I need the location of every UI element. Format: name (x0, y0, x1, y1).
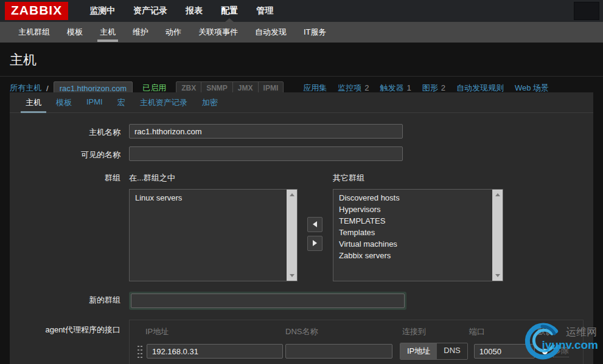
list-item[interactable]: Templates (333, 227, 489, 238)
tab-macros[interactable]: 宏 (110, 92, 133, 112)
list-item[interactable]: Hypervisors (333, 204, 489, 215)
new-group-label: 新的群组 (10, 292, 129, 310)
tab-host[interactable]: 主机 (18, 92, 49, 112)
connect-dns-option[interactable]: DNS (437, 343, 467, 359)
top-menu-reports[interactable]: 报表 (176, 0, 212, 22)
tab-encryption[interactable]: 加密 (195, 92, 225, 112)
tab-templates[interactable]: 模板 (49, 92, 79, 112)
remove-interface-link: 移除 (553, 345, 569, 357)
list-item[interactable]: TEMPLATES (333, 215, 489, 227)
subnav-it-services[interactable]: IT服务 (295, 22, 335, 43)
other-groups-header: 其它群组 (333, 173, 503, 184)
list-item[interactable]: Discovered hosts (333, 192, 489, 204)
scroll-up-icon[interactable] (290, 193, 295, 196)
new-group-row: 新的群组 (10, 292, 593, 310)
form-tabs: 主机 模板 IPMI 宏 主机资产记录 加密 (10, 92, 593, 113)
ip-column-header: IP地址 (137, 326, 285, 337)
arrow-left-icon (313, 221, 317, 227)
visible-name-label: 可见的名称 (10, 146, 129, 161)
other-groups-scrollbar[interactable] (492, 190, 503, 281)
new-group-field-wrap (129, 292, 406, 310)
host-name-label: 主机名称 (10, 124, 129, 139)
subnav-host-groups[interactable]: 主机群组 (10, 22, 58, 43)
move-buttons (298, 173, 332, 281)
move-right-button[interactable] (307, 236, 322, 251)
connect-ip-option[interactable]: IP地址 (400, 343, 437, 359)
arrow-right-icon (313, 240, 317, 246)
host-form: 主机名称 可见的名称 群组 在...群组之中 Linux servers (10, 113, 593, 364)
agent-interfaces-label: agent代理程序的接口 (10, 320, 129, 364)
interface-row: IP地址 DNS 移除 (137, 343, 576, 360)
scroll-down-icon[interactable] (290, 274, 295, 277)
connect-to-column-header: 连接到 (402, 326, 469, 337)
new-group-input[interactable] (131, 294, 405, 308)
page-title: 主机 (10, 51, 593, 69)
top-menu: 监测中 资产记录 报表 配置 管理 (80, 0, 282, 22)
breadcrumb-separator: / (46, 84, 49, 93)
interface-dns-input[interactable] (285, 344, 392, 359)
default-column-header: 默认 (537, 326, 553, 337)
host-name-input[interactable] (129, 124, 403, 139)
drag-handle-icon[interactable] (137, 343, 144, 359)
subnav-discovery[interactable]: 自动发现 (246, 22, 295, 43)
top-menu-configuration[interactable]: 配置 (212, 0, 247, 22)
subnav-event-correlation[interactable]: 关联项事件 (190, 22, 246, 43)
subnav-templates[interactable]: 模板 (58, 22, 91, 43)
tab-host-inventory[interactable]: 主机资产记录 (133, 92, 195, 112)
agent-interfaces-row: agent代理程序的接口 IP地址 DNS名称 连接到 端口 默认 IP地址 D… (10, 320, 593, 364)
visible-name-input[interactable] (129, 146, 403, 161)
tab-ipmi[interactable]: IPMI (79, 92, 110, 112)
top-menu-monitoring[interactable]: 监测中 (80, 0, 124, 22)
in-groups-column: 在...群组之中 Linux servers (129, 173, 298, 281)
connect-to-toggle: IP地址 DNS (400, 343, 468, 360)
visible-name-row: 可见的名称 (10, 146, 593, 161)
in-groups-listbox[interactable]: Linux servers (129, 189, 298, 281)
page-head: 主机 (0, 43, 603, 69)
default-interface-radio[interactable] (542, 349, 548, 354)
sub-nav: 主机群组 模板 主机 维护 动作 关联项事件 自动发现 IT服务 (0, 22, 603, 43)
other-groups-listbox[interactable]: Discovered hosts Hypervisors TEMPLATES T… (333, 189, 503, 281)
in-groups-header: 在...群组之中 (129, 173, 298, 184)
groups-label: 群组 (10, 173, 129, 281)
groups-dual-list: 在...群组之中 Linux servers 其它群组 (129, 173, 503, 281)
interfaces-headers: IP地址 DNS名称 连接到 端口 默认 (137, 326, 576, 337)
list-item[interactable]: Zabbix servers (333, 250, 489, 261)
dns-column-header: DNS名称 (285, 326, 402, 337)
search-box[interactable] (574, 2, 599, 20)
subnav-actions[interactable]: 动作 (157, 22, 190, 43)
in-groups-scrollbar[interactable] (287, 190, 297, 281)
list-item[interactable]: Virtual machines (333, 238, 489, 250)
list-item[interactable]: Linux servers (130, 192, 284, 204)
other-groups-column: 其它群组 Discovered hosts Hypervisors TEMPLA… (333, 173, 503, 281)
interface-ip-input[interactable] (147, 344, 283, 359)
host-config-panel: 主机 模板 IPMI 宏 主机资产记录 加密 主机名称 可见的名称 群组 在..… (10, 92, 593, 364)
subnav-hosts[interactable]: 主机 (91, 22, 124, 43)
top-bar: ZABBIX 监测中 资产记录 报表 配置 管理 (0, 0, 603, 22)
interface-port-input[interactable] (474, 344, 535, 359)
host-name-row: 主机名称 (10, 124, 593, 139)
groups-row: 群组 在...群组之中 Linux servers (10, 173, 593, 281)
zabbix-logo[interactable]: ZABBIX (5, 2, 68, 20)
interfaces-panel: IP地址 DNS名称 连接到 端口 默认 IP地址 DNS 移 (129, 320, 584, 364)
top-menu-administration[interactable]: 管理 (247, 0, 282, 22)
scroll-down-icon[interactable] (495, 274, 500, 277)
port-column-header: 端口 (469, 326, 537, 337)
top-menu-inventory[interactable]: 资产记录 (124, 0, 176, 22)
move-left-button[interactable] (307, 217, 322, 232)
subnav-maintenance[interactable]: 维护 (124, 22, 157, 43)
scroll-up-icon[interactable] (495, 193, 500, 196)
